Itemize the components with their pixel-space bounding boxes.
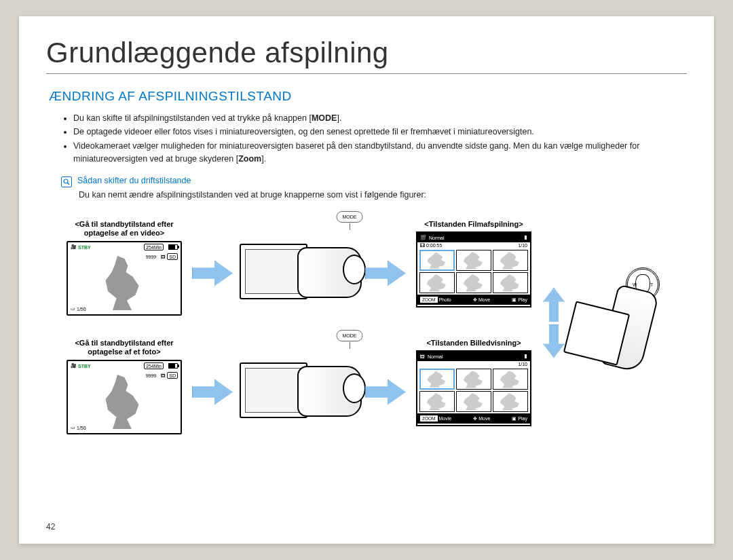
silhouette-icon (98, 256, 146, 310)
aspect-icon: ▭ (71, 306, 75, 312)
arrow-right-icon (365, 261, 406, 286)
bullet-list: Du kan skifte til afspilningstilstanden … (73, 112, 687, 166)
bullet-item: De optagede videoer eller fotos vises i … (73, 126, 687, 138)
thumbnail (419, 250, 455, 271)
ratio: 1/50 (77, 426, 86, 430)
arrow-right-icon (192, 261, 233, 286)
thumbnail (419, 369, 455, 390)
battery-icon (168, 363, 178, 369)
mode-keyword: MODE (312, 113, 337, 123)
arrow-up-icon (543, 288, 565, 322)
thumbnail (419, 272, 455, 293)
page-number: 42 (46, 522, 55, 531)
photo-icon: 🖼 (161, 255, 166, 259)
camera-back-illustration: W T (569, 267, 671, 376)
arrow-down-icon (543, 324, 565, 358)
ratio: 1/50 (77, 307, 86, 312)
aspect-icon: ▭ (71, 425, 75, 430)
arrow-right-icon (365, 379, 406, 405)
t-label: T (650, 282, 653, 287)
magnifier-icon (61, 176, 72, 187)
callout-row: Sådan skifter du driftstilstande (61, 176, 687, 187)
svg-point-0 (64, 179, 68, 183)
move-label: Move (478, 416, 490, 421)
move-label: Move (478, 297, 490, 302)
bullet-text: ]. (261, 154, 266, 164)
callout-title: Sådan skifter du driftstilstande (77, 176, 191, 185)
counter: 9999 (146, 255, 157, 259)
camera-illustration: MODE (240, 244, 362, 305)
counter: 9999 (146, 373, 157, 378)
photo-mode-icon: 🖼 (420, 354, 425, 359)
photo-label: Photo (438, 297, 451, 302)
joystick-icon: ✥ (473, 416, 477, 421)
time-remaining: 254Min (144, 362, 164, 369)
thumbnail (456, 250, 491, 271)
normal-label: Normal (429, 236, 445, 240)
thumbnail (493, 391, 528, 412)
thumbnail (419, 391, 455, 412)
film-icon: 🎞 (420, 243, 425, 248)
bullet-text: Videokameraet vælger muligheden for mini… (73, 141, 639, 164)
play-label: Play (518, 297, 527, 302)
figure-area: <Gå til standbytilstand efter optagelse … (46, 220, 687, 471)
lcd-screen-video-standby: 🎥 STBY 254Min 9999 🖼 SD ▭ 1/50 (67, 241, 182, 316)
bullet-text: Du kan skifte til afspilningstilstanden … (73, 113, 312, 123)
play-label: Play (518, 416, 527, 421)
play-icon: ▣ (512, 297, 516, 302)
battery-icon (168, 244, 178, 250)
play-icon: ▣ (512, 416, 516, 421)
normal-label: Normal (428, 354, 443, 359)
callout-body: Du kan nemt ændre afspilningstilstanden … (79, 190, 687, 200)
lcd-screen-movie-playback: 🎬 Normal 🎞 0:00:55 1/10 (416, 231, 531, 307)
svg-line-1 (67, 183, 69, 185)
bullet-item: Du kan skifte til afspilningstilstanden … (73, 112, 687, 125)
thumbnail (493, 272, 528, 293)
figure-caption: <Gå til standbytilstand efter optagelse … (67, 339, 182, 358)
page-indicator: 1/10 (518, 362, 527, 367)
zoom-badge: ZOOM (420, 415, 438, 422)
w-label: W (633, 282, 637, 287)
silhouette-icon (98, 375, 146, 429)
zoom-keyword: Zoom (238, 154, 261, 164)
thumbnail (456, 272, 491, 293)
thumbnail (493, 250, 528, 271)
bullet-text: ]. (337, 113, 341, 123)
thumbnail (493, 369, 528, 390)
arrow-right-icon (192, 379, 233, 405)
arrow-up-down-group (543, 288, 565, 358)
section-heading: ÆNDRING AF AFSPILNINGSTILSTAND (49, 89, 687, 104)
sd-icon: SD (167, 372, 178, 379)
thumbnail (456, 369, 491, 390)
time-remaining: 254Min (144, 244, 164, 250)
page-indicator: 1/10 (518, 243, 527, 248)
thumbnail-grid (417, 367, 530, 413)
battery-icon (518, 235, 527, 240)
camera-lens-icon (343, 373, 366, 403)
sd-icon: SD (167, 253, 178, 260)
duration: 0:00:55 (426, 243, 442, 248)
manual-page: Grundlæggende afspilning ÆNDRING AF AFSP… (19, 16, 714, 544)
zoom-badge: ZOOM (420, 297, 438, 303)
stby-label: STBY (78, 245, 91, 250)
record-icon: 🎥 (71, 363, 77, 369)
pointer-line-icon (350, 342, 350, 349)
lcd-screen-photo-playback: 🖼 Normal 1/10 ZO (416, 350, 531, 426)
joystick-icon: ✥ (473, 297, 477, 302)
record-icon: 🎥 (71, 244, 77, 250)
camera-illustration: MODE (240, 362, 362, 424)
figure-caption: <Tilstanden Filmafspilning> (416, 220, 531, 229)
mode-button-label: MODE (337, 211, 363, 223)
battery-icon (518, 354, 527, 359)
bullet-item: Videokameraet vælger muligheden for mini… (73, 140, 687, 166)
camera-lens-icon (343, 255, 366, 284)
figure-caption: <Gå til standbytilstand efter optagelse … (67, 220, 182, 239)
mode-button-label: MODE (337, 330, 363, 341)
lcd-screen-photo-standby: 🎥 STBY 254Min 9999 🖼 SD ▭ 1/50 (67, 360, 182, 434)
pointer-line-icon (350, 223, 350, 230)
movie-mode-icon: 🎬 (420, 235, 426, 240)
thumbnail (456, 391, 491, 412)
stby-label: STBY (78, 364, 91, 369)
figure-caption: <Tilstanden Billedvisning> (416, 339, 531, 348)
thumbnail-grid (417, 248, 530, 295)
